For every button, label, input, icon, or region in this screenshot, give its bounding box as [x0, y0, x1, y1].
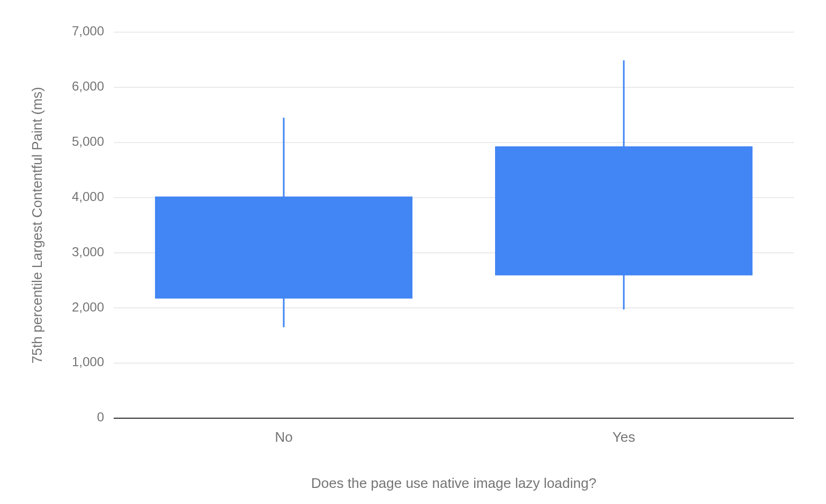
y-tick-label: 5,000 [72, 134, 104, 149]
box [155, 197, 412, 299]
chart-svg: 01,0002,0003,0004,0005,0006,0007,000NoYe… [0, 0, 826, 504]
y-tick-label: 1,000 [72, 354, 104, 369]
x-axis-title: Does the page use native image lazy load… [311, 475, 596, 491]
box-plot-chart: 01,0002,0003,0004,0005,0006,0007,000NoYe… [0, 0, 826, 504]
x-category-label: Yes [613, 429, 635, 445]
y-tick-label: 4,000 [72, 189, 104, 204]
y-tick-label: 6,000 [72, 79, 104, 93]
y-axis-title: 75th percentile Largest Contentful Paint… [29, 87, 45, 364]
x-category-label: No [275, 429, 292, 445]
y-tick-label: 0 [97, 410, 104, 424]
box [495, 146, 753, 276]
y-tick-label: 3,000 [72, 244, 104, 259]
y-tick-label: 2,000 [72, 300, 104, 314]
y-tick-label: 7,000 [72, 24, 104, 38]
